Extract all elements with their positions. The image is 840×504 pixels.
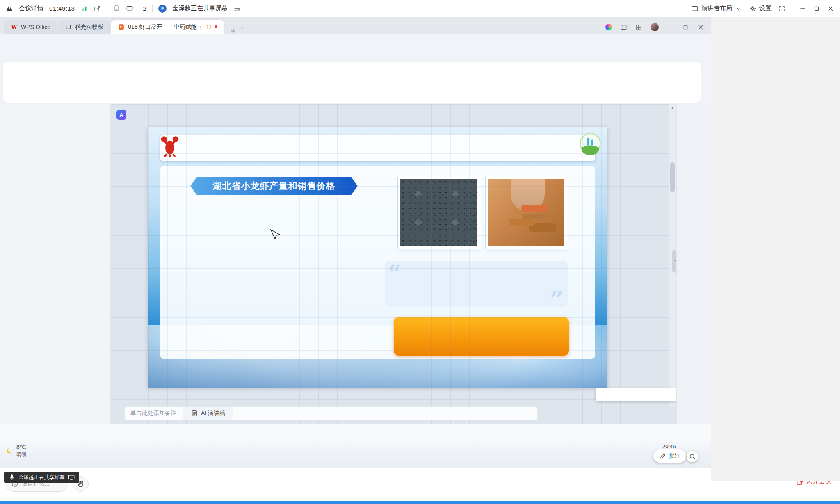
wps-right-toolbar	[676, 104, 711, 424]
wps-doc-tab-2[interactable]: P018 虾口常开——中药赋能（	[111, 20, 224, 34]
lobster-image	[157, 133, 183, 158]
maximize-button[interactable]	[813, 5, 820, 12]
minimize-button[interactable]	[799, 5, 806, 12]
meeting-timer: 01:49:13	[49, 5, 75, 12]
slide-panel	[0, 104, 111, 424]
wps-window-icons	[605, 23, 711, 34]
device-pc-icon[interactable]	[113, 5, 120, 12]
wps-doc-tab-0[interactable]: WPS Office	[4, 20, 57, 34]
wps-menubar	[0, 34, 711, 61]
slide-nav	[160, 135, 595, 161]
moon-icon	[6, 447, 13, 454]
ai-speech-button[interactable]: AI 演讲稿	[183, 407, 233, 420]
wps-window: WPS Office稻壳AI模板P018 虾口常开——中药赋能（+ 湖北省小龙虾…	[0, 17, 711, 442]
notes-bar[interactable]: 单击此处添加备注 AI 演讲稿	[124, 406, 538, 420]
wps-logo-icon	[11, 23, 18, 30]
wps-statusbar	[0, 424, 711, 442]
fullscreen-button[interactable]	[778, 5, 785, 12]
magnifier-icon	[689, 453, 696, 460]
chart-title-banner: 湖北省小龙虾产量和销售价格	[190, 177, 358, 195]
chevron-down-icon	[735, 5, 742, 12]
signal-icon	[80, 5, 88, 12]
device-monitor-icon[interactable]	[126, 5, 133, 12]
meeting-logo-icon	[6, 5, 13, 12]
device-count: · 2	[139, 5, 146, 12]
wps-close[interactable]	[697, 24, 704, 31]
layout-switcher[interactable]: 演讲者布局	[691, 5, 742, 12]
promo-banner	[394, 317, 569, 356]
info-icon	[206, 24, 212, 30]
photo-shrimp-larvae	[397, 177, 479, 249]
ppt-file-icon: P	[118, 23, 125, 30]
magnifier-button[interactable]	[687, 451, 698, 462]
sharing-status: 金泽越正在共享屏幕	[172, 5, 228, 12]
meeting-detail-link[interactable]: 会议详情	[19, 5, 43, 12]
gear-icon	[749, 5, 756, 12]
windows-taskbar: 8°C晴朗 20:45	[0, 442, 711, 468]
slide-canvas[interactable]: 湖北省小龙虾产量和销售价格 “ ”	[148, 127, 607, 388]
sharer-avatar: 泽	[158, 5, 167, 13]
wps-maximize[interactable]	[682, 24, 689, 31]
notes-placeholder[interactable]: 单击此处添加备注	[125, 410, 176, 417]
slide-editor: 湖北省小龙虾产量和销售价格 “ ” A	[111, 104, 676, 424]
layout-icon	[691, 5, 698, 12]
meeting-titlebar: 会议详情 01:49:13 · 2 泽 金泽越正在共享屏幕 演讲者布局 设置	[0, 0, 840, 17]
settings-button[interactable]: 设置	[749, 5, 772, 12]
wps-tabbar: WPS Office稻壳AI模板P018 虾口常开——中药赋能（+	[0, 17, 711, 34]
taskbar-clock[interactable]: 20:45	[662, 443, 676, 449]
user-avatar[interactable]	[651, 23, 659, 31]
wps-ai-fab[interactable]: A	[116, 110, 126, 120]
scroll-thumb[interactable]	[670, 162, 675, 192]
pen-icon	[659, 452, 667, 460]
ai-speech-icon	[191, 410, 198, 417]
screen: 会议详情 01:49:13 · 2 泽 金泽越正在共享屏幕 演讲者布局 设置	[0, 0, 840, 504]
scroll-up-arrow[interactable]: ▲	[669, 104, 676, 112]
wps-ribbon	[3, 62, 701, 103]
close-button[interactable]	[827, 5, 834, 12]
annotate-button[interactable]: 批注	[653, 449, 686, 463]
unsaved-dot	[215, 25, 217, 28]
participants-sidebar	[711, 17, 840, 481]
photo-hand-shrimp	[485, 177, 566, 249]
member-ring-icon[interactable]	[605, 24, 612, 30]
eco-badge-icon	[579, 132, 602, 155]
wps-doc-tab-1[interactable]: 稻壳AI模板	[58, 20, 110, 34]
share-border-strip	[0, 501, 840, 504]
monitor-icon	[68, 474, 75, 481]
mouse-cursor	[268, 229, 280, 241]
wps-minimize[interactable]	[667, 24, 674, 31]
float-window-icon[interactable]	[620, 24, 627, 31]
stack-icon[interactable]	[635, 24, 642, 31]
sharing-banner: 金泽越正在共享屏幕	[4, 472, 79, 483]
svg-text:P: P	[120, 25, 123, 29]
docer-flame-icon	[65, 23, 72, 30]
weather-widget[interactable]: 8°C晴朗	[6, 444, 26, 458]
share-list-icon[interactable]	[233, 5, 241, 12]
tab-list-button[interactable]	[240, 25, 245, 34]
shared-desktop: WPS Office稻壳AI模板P018 虾口常开——中药赋能（+ 湖北省小龙虾…	[0, 17, 711, 468]
quote-box: “ ”	[385, 261, 568, 307]
open-external-icon[interactable]	[94, 5, 101, 12]
mic-icon	[8, 474, 16, 481]
